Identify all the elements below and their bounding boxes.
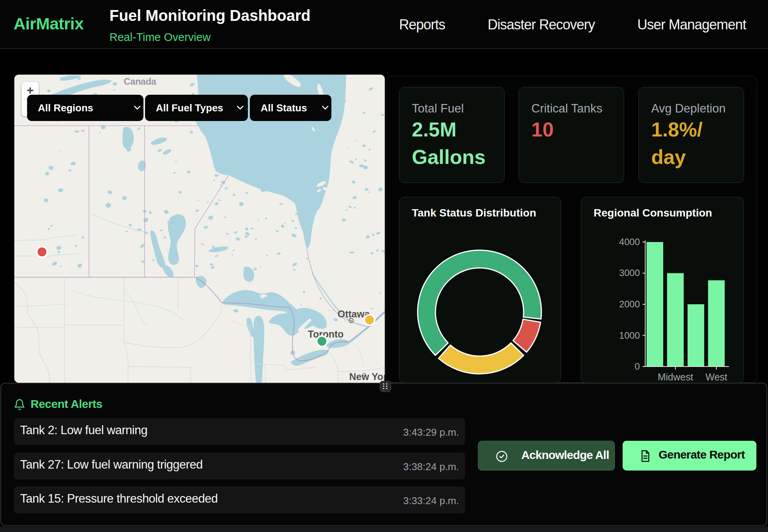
svg-text:Midwest: Midwest: [658, 372, 693, 382]
svg-text:3000: 3000: [619, 268, 640, 278]
svg-text:1000: 1000: [619, 330, 640, 341]
svg-text:2000: 2000: [619, 299, 640, 309]
svg-text:New York: New York: [349, 371, 385, 382]
svg-text:4000: 4000: [619, 237, 640, 247]
svg-text:0: 0: [635, 361, 640, 372]
svg-text:Canada: Canada: [124, 76, 157, 87]
svg-text:West: West: [705, 372, 727, 382]
